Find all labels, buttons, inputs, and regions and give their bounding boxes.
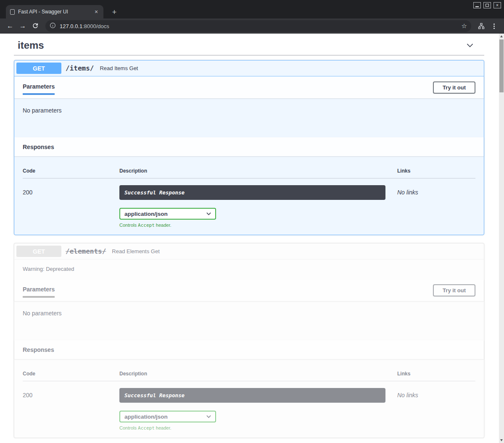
responses-header: Responses <box>14 340 484 359</box>
responses-table-header: Code Description Links <box>23 165 475 178</box>
media-type-value: application/json <box>124 211 168 217</box>
endpoint-summary: Read Items Get <box>100 65 138 71</box>
close-button[interactable]: × <box>493 2 501 8</box>
deprecated-warning: Warning: Deprecated <box>14 260 484 279</box>
endpoint-path: /elements/ <box>66 247 106 255</box>
chevron-down-icon <box>206 212 211 215</box>
column-links: Links <box>397 168 475 174</box>
menu-icon[interactable] <box>488 20 500 32</box>
parameters-body: No parameters <box>14 301 484 340</box>
endpoint-summary: Read Elements Get <box>112 248 159 254</box>
column-description: Description <box>119 371 397 377</box>
method-badge: GET <box>16 246 61 257</box>
section-divider <box>14 55 484 55</box>
browser-window: Fast API - Swagger UI × + × ← → 127.0.0.… <box>0 0 504 443</box>
responses-body: Code Description Links 200 Successful Re… <box>14 156 484 235</box>
chevron-down-icon <box>206 415 211 418</box>
responses-title: Responses <box>23 346 54 353</box>
responses-header: Responses <box>14 137 484 156</box>
responses-body: Code Description Links 200 Successful Re… <box>14 359 484 438</box>
forward-button[interactable]: → <box>17 20 29 32</box>
url-host: 127.0.0.1 <box>60 23 82 29</box>
extensions-icon[interactable] <box>475 20 487 32</box>
endpoint-path: /items/ <box>66 64 94 72</box>
response-description: Successful Response <box>119 185 385 200</box>
tab-title: Fast API - Swagger UI <box>18 9 89 15</box>
try-it-out-button[interactable]: Try it out <box>433 81 475 94</box>
window-controls: × <box>473 2 501 8</box>
page-icon <box>10 9 15 15</box>
opblock-get-elements-deprecated: GET /elements/ Read Elements Get Warning… <box>14 243 484 438</box>
scroll-up-button[interactable] <box>499 34 504 39</box>
response-row: 200 Successful Response application/json… <box>23 381 475 431</box>
no-parameters-text: No parameters <box>23 107 62 114</box>
media-type-select[interactable]: application/json <box>119 208 216 220</box>
parameters-header: Parameters Try it out <box>14 76 484 98</box>
opblock-summary-elements[interactable]: GET /elements/ Read Elements Get <box>14 244 484 260</box>
browser-tab[interactable]: Fast API - Swagger UI × <box>6 5 103 18</box>
bookmark-star-icon[interactable]: ☆ <box>462 22 467 30</box>
vertical-scrollbar[interactable] <box>499 34 504 443</box>
maximize-button[interactable] <box>483 2 491 8</box>
method-badge: GET <box>16 63 61 74</box>
address-bar[interactable]: 127.0.0.1:8000/docs ☆ <box>45 20 471 32</box>
minimize-button[interactable] <box>473 2 481 8</box>
column-links: Links <box>397 371 475 377</box>
new-tab-button[interactable]: + <box>109 7 119 17</box>
accept-header-note: Controls Accept header. <box>119 223 397 228</box>
tab-strip: Fast API - Swagger UI × + × <box>0 0 504 18</box>
parameters-header: Parameters Try it out <box>14 279 484 301</box>
parameters-body: No parameters <box>14 98 484 137</box>
opblock-get-items: GET /items/ Read Items Get Parameters Tr… <box>14 60 484 235</box>
arrow-up-icon <box>500 35 503 37</box>
response-links: No links <box>397 185 475 228</box>
scrollbar-thumb[interactable] <box>499 39 504 92</box>
browser-toolbar: ← → 127.0.0.1:8000/docs ☆ <box>0 18 504 34</box>
minimize-icon <box>475 6 479 7</box>
site-info-icon[interactable] <box>50 22 56 30</box>
response-row: 200 Successful Response application/json… <box>23 178 475 228</box>
no-parameters-text: No parameters <box>23 310 62 317</box>
section-title: items <box>18 39 44 51</box>
response-links: No links <box>397 388 475 431</box>
tab-parameters: Parameters <box>23 83 55 95</box>
tab-parameters: Parameters <box>23 286 55 298</box>
responses-title: Responses <box>23 144 54 150</box>
chevron-down-icon[interactable] <box>465 41 475 50</box>
media-type-select[interactable]: application/json <box>119 411 216 422</box>
maximize-icon <box>486 4 489 7</box>
page-content: items GET /items/ Read Items Get Paramet… <box>0 34 504 443</box>
response-description: Successful Response <box>119 388 385 403</box>
back-button[interactable]: ← <box>4 20 16 32</box>
try-it-out-button[interactable]: Try it out <box>433 284 475 296</box>
responses-table-header: Code Description Links <box>23 367 475 381</box>
arrow-down-icon <box>500 439 503 441</box>
tab-close-icon[interactable]: × <box>92 8 100 16</box>
reload-button[interactable] <box>29 20 41 32</box>
opblock-summary-items[interactable]: GET /items/ Read Items Get <box>14 60 484 76</box>
scroll-down-button[interactable] <box>499 438 504 443</box>
media-type-value: application/json <box>124 414 168 420</box>
section-items-header[interactable]: items <box>14 34 484 55</box>
response-code: 200 <box>23 388 119 431</box>
response-code: 200 <box>23 185 119 228</box>
reload-icon <box>32 23 39 29</box>
column-description: Description <box>119 168 397 174</box>
url-path: :8000/docs <box>82 23 109 29</box>
column-code: Code <box>23 371 119 377</box>
column-code: Code <box>23 168 119 174</box>
url-text: 127.0.0.1:8000/docs <box>60 23 109 29</box>
accept-header-note: Controls Accept header. <box>119 425 397 431</box>
